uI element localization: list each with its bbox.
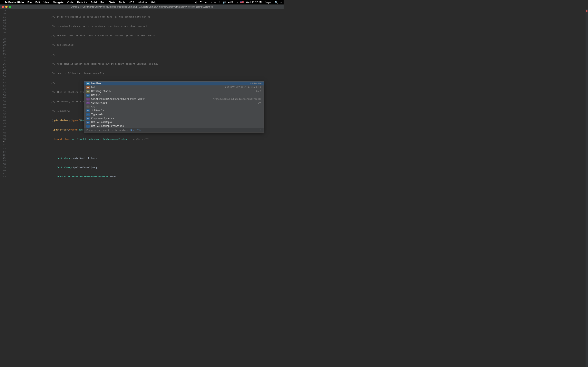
menu-vcs[interactable]: VCS <box>129 1 134 4</box>
line-number[interactable]: 46 <box>0 125 6 128</box>
line-number[interactable]: 45 <box>0 122 6 125</box>
autocomplete-item[interactable]: ●HasSingleton<>bool <box>84 89 264 93</box>
autocomplete-item[interactable]: ●handlesJobHandle <box>84 82 264 85</box>
autocomplete-item[interactable]: ✦TypeHash <box>84 113 264 117</box>
menu-run[interactable]: Run <box>100 1 105 4</box>
line-number[interactable]: 34 <box>0 87 6 91</box>
line-number[interactable]: 22 <box>0 50 6 53</box>
autocomplete-item[interactable]: ⊞Hash128 <box>84 93 264 97</box>
line-number[interactable]: 27 <box>0 66 6 68</box>
menu-refactor[interactable]: Refactor <box>77 1 87 4</box>
autocomplete-item[interactable]: ⊞ComponentTypeHash <box>84 117 264 120</box>
menu-tests[interactable]: Tests <box>109 1 115 4</box>
battery-icon[interactable]: ▭ <box>236 1 238 4</box>
line-number[interactable]: 21 <box>0 47 6 50</box>
menu-help[interactable]: Help <box>151 1 156 4</box>
line-number[interactable]: 52 <box>0 144 6 147</box>
line-number[interactable]: 40 <box>0 106 6 109</box>
line-number[interactable]: 16 <box>0 31 6 34</box>
line-number[interactable]: 31 <box>0 78 6 81</box>
dropbox-icon[interactable]: ⠿ <box>200 1 202 4</box>
line-number[interactable]: 30 <box>0 75 6 78</box>
next-tip-link[interactable]: Next Tip <box>129 129 141 132</box>
line-number[interactable]: 60 <box>0 169 6 172</box>
line-number[interactable]: 12 <box>0 18 6 21</box>
line-number[interactable]: 25 <box>0 59 6 62</box>
line-number[interactable]: 53 <box>0 147 6 150</box>
autocomplete-item[interactable]: ●GetArchetypeChunkSharedComponentType<>A… <box>84 97 264 101</box>
menu-build[interactable]: Build <box>91 1 97 4</box>
line-number[interactable]: 51 <box>0 141 6 144</box>
line-number[interactable]: 38 <box>0 100 6 103</box>
line-number[interactable]: 47 <box>0 128 6 131</box>
line-number[interactable]: 33 <box>0 84 6 87</box>
line-number[interactable]: 32 <box>0 81 6 84</box>
line-number[interactable]: 9 <box>0 9 6 12</box>
line-number[interactable]: 36 <box>0 94 6 97</box>
more-icon[interactable]: ⋮ <box>259 129 261 132</box>
line-number[interactable]: 26 <box>0 62 6 66</box>
line-number[interactable]: 59 <box>0 166 6 169</box>
minimize-window-button[interactable] <box>5 6 8 8</box>
spotlight-icon[interactable]: 🔍 <box>275 1 278 4</box>
line-number[interactable]: 39 <box>0 103 6 106</box>
autocomplete-item[interactable]: ✦NativeHashMapExtensions <box>84 124 264 128</box>
line-number[interactable]: 48 <box>0 131 6 134</box>
line-number[interactable]: 57 <box>0 160 6 163</box>
line-number[interactable]: 55 <box>0 153 6 156</box>
menu-code[interactable]: Code <box>67 1 73 4</box>
battery-text[interactable]: 45% <box>228 1 233 4</box>
menu-file[interactable]: File <box>27 1 32 4</box>
line-number[interactable]: 28 <box>0 68 6 72</box>
line-number[interactable]: 23 <box>0 53 6 56</box>
autocomplete-item[interactable]: ⊞NativeHashMap<> <box>84 120 264 124</box>
screencast-icon[interactable]: ⊙ <box>195 1 198 4</box>
line-number[interactable]: 18 <box>0 37 6 40</box>
line-number[interactable]: 13 <box>0 22 6 25</box>
volume-icon[interactable]: 🔊 <box>223 1 226 4</box>
line-number[interactable]: 44 <box>0 119 6 122</box>
user-name[interactable]: 5argon <box>265 1 272 4</box>
line-number[interactable]: 56 <box>0 156 6 159</box>
line-number[interactable]: 29 <box>0 72 6 75</box>
wifi-icon[interactable]: ⏚ <box>214 1 216 4</box>
line-number[interactable]: 61 <box>0 172 6 175</box>
bluetooth-icon[interactable]: ᛒ <box>218 1 220 4</box>
input-flag[interactable] <box>240 1 243 4</box>
line-number[interactable]: 42 <box>0 113 6 116</box>
menu-navigate[interactable]: Navigate <box>53 1 63 4</box>
menu-tools[interactable]: Tools <box>119 1 125 4</box>
autocomplete-item[interactable]: ⊞JobHandle <box>84 109 264 113</box>
line-number[interactable]: 49 <box>0 134 6 138</box>
clock[interactable]: Wed 10:32 PM <box>246 1 262 4</box>
line-number[interactable]: 50 <box>0 138 6 141</box>
line-number[interactable]: 11 <box>0 15 6 18</box>
line-number[interactable]: 41 <box>0 109 6 113</box>
app-name[interactable]: JetBrains Rider <box>4 1 24 4</box>
line-number[interactable]: 35 <box>0 91 6 94</box>
menu-edit[interactable]: Edit <box>35 1 40 4</box>
menu-view[interactable]: View <box>43 1 49 4</box>
menu-list-icon[interactable]: ≡ <box>280 1 282 4</box>
line-number[interactable]: 43 <box>0 116 6 119</box>
autocomplete-popup[interactable]: ●handlesJobHandle▦halASP.NET MVC Html.Ac… <box>84 81 264 133</box>
line-number[interactable]: 10 <box>0 12 6 15</box>
display-icon[interactable]: ▭ <box>209 1 212 4</box>
line-number[interactable]: 62 <box>0 175 6 177</box>
menu-window[interactable]: Window <box>138 1 147 4</box>
line-number[interactable]: 37 <box>0 97 6 100</box>
cloud-icon[interactable]: ☁ <box>204 1 207 4</box>
line-number[interactable]: 17 <box>0 34 6 37</box>
line-number[interactable]: 54 <box>0 150 6 153</box>
autocomplete-item[interactable]: ●GetHashCodeint <box>84 101 264 105</box>
line-gutter[interactable]: 9101112131415161718192021222324252627282… <box>0 9 7 177</box>
line-number[interactable]: 19 <box>0 40 6 43</box>
line-number[interactable]: 20 <box>0 43 6 47</box>
line-number[interactable]: 24 <box>0 56 6 59</box>
autocomplete-item[interactable]: ▦halASP.NET MVC Html.ActionLink <box>84 85 264 89</box>
autocomplete-item[interactable]: kchar <box>84 105 264 109</box>
zoom-window-button[interactable] <box>9 6 11 8</box>
line-number[interactable]: 14 <box>0 25 6 28</box>
line-number[interactable]: 58 <box>0 163 6 166</box>
line-number[interactable]: 15 <box>0 28 6 31</box>
